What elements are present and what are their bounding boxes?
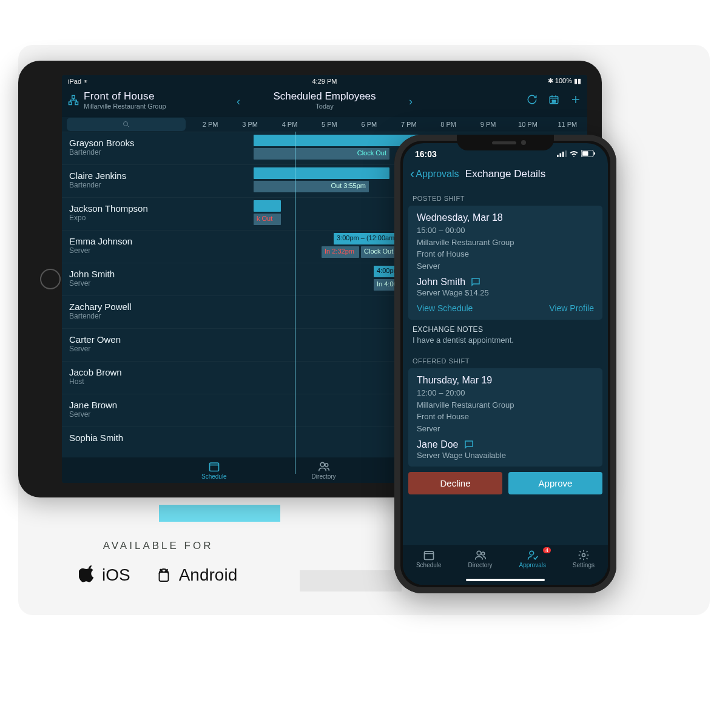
offered-dept: Front of House: [417, 411, 594, 423]
employee-name: Sophia Smith: [69, 433, 183, 443]
posted-employee: John Smith: [417, 277, 465, 288]
search-input[interactable]: [67, 118, 186, 131]
ipad-header: Front of House Millarville Restaurant Gr…: [62, 87, 587, 116]
header-center-sub: Today: [239, 103, 410, 110]
decor-strip: [159, 505, 280, 522]
offered-role: Server: [417, 423, 594, 435]
refresh-icon[interactable]: [527, 94, 538, 107]
employee-name: Zachary Powell: [69, 302, 183, 312]
search-icon: [123, 121, 130, 128]
now-indicator: [295, 132, 295, 474]
calendar-icon[interactable]: 26: [548, 94, 559, 107]
available-for: AVAILABLE FOR iOS Android: [79, 540, 237, 585]
offered-time: 12:00 – 20:00: [417, 387, 594, 399]
tab-approvals[interactable]: Approvals4: [519, 549, 545, 568]
shift-bar[interactable]: Clock Out: [254, 148, 389, 160]
posted-wage: Server Wage $14.25: [417, 288, 594, 297]
iphone-header: ‹ Approvals Exchange Details: [403, 159, 608, 188]
notes-text: I have a dentist appointment.: [413, 335, 598, 345]
svg-rect-15: [582, 151, 588, 156]
iphone-frame: 16:03 ‹ Approvals Exchange Details POSTE…: [394, 135, 616, 593]
posted-date: Wednesday, Mar 18: [417, 212, 594, 223]
ios-platform[interactable]: iOS: [79, 565, 130, 585]
svg-rect-6: [209, 463, 218, 471]
tab-schedule[interactable]: Schedule: [201, 460, 227, 480]
tab-schedule[interactable]: Schedule: [416, 549, 442, 568]
shift-bar[interactable]: In 2:32pm: [322, 246, 359, 258]
offered-shift-card: Thursday, Mar 19 12:00 – 20:00 Millarvil…: [408, 368, 602, 467]
employee-name: Carter Owen: [69, 334, 183, 345]
signal-icon: [557, 150, 567, 157]
svg-rect-16: [594, 152, 595, 155]
android-label: Android: [179, 565, 238, 585]
view-profile-link[interactable]: View Profile: [549, 303, 594, 313]
page-title: Exchange Details: [465, 168, 545, 180]
header-center-title: Scheduled Employees: [239, 90, 410, 103]
employee-name: Jane Brown: [69, 400, 183, 410]
hour-label: 7 PM: [389, 121, 428, 128]
employee-role: Host: [69, 377, 183, 386]
ipad-home-button[interactable]: [40, 269, 61, 289]
next-day-icon[interactable]: ›: [409, 95, 413, 108]
svg-point-5: [124, 122, 128, 126]
posted-dept: Front of House: [417, 248, 594, 260]
view-schedule-link[interactable]: View Schedule: [417, 303, 473, 313]
offered-shift-label: OFFERED SHIFT: [403, 351, 608, 368]
employee-role: Server: [69, 246, 183, 255]
svg-rect-22: [159, 572, 168, 581]
svg-rect-1: [69, 102, 72, 105]
chat-icon[interactable]: [470, 277, 481, 288]
shift-bar[interactable]: Out 3:55pm: [254, 181, 369, 192]
chevron-left-icon: ‹: [410, 166, 414, 182]
hour-label: 10 PM: [508, 121, 547, 128]
action-buttons: Decline Approve: [403, 472, 608, 499]
org-tree-icon[interactable]: [68, 95, 79, 106]
back-button[interactable]: ‹ Approvals: [410, 166, 459, 182]
employee-role: Bartender: [69, 148, 183, 157]
employee-name: Jackson Thompson: [69, 203, 183, 214]
shift-bar[interactable]: [254, 167, 389, 179]
notes-label: EXCHANGE NOTES: [413, 325, 598, 334]
hour-label: 6 PM: [349, 121, 389, 128]
svg-point-19: [481, 552, 484, 555]
decor-strip-2: [300, 570, 402, 592]
iphone-status-icons: [557, 149, 596, 159]
chat-icon[interactable]: [463, 439, 474, 450]
employee-role: Server: [69, 345, 183, 353]
employee-name: Claire Jenkins: [69, 170, 183, 181]
approve-button[interactable]: Approve: [508, 472, 602, 494]
shift-bar[interactable]: [254, 200, 281, 212]
employee-role: Expo: [69, 214, 183, 222]
badge: 4: [543, 547, 551, 553]
ios-label: iOS: [102, 565, 130, 585]
svg-rect-0: [72, 96, 75, 99]
android-icon: [155, 565, 173, 585]
org-title: Front of House: [84, 90, 166, 103]
employee-name: John Smith: [69, 269, 183, 279]
tab-settings[interactable]: Settings: [573, 549, 595, 568]
ipad-status-bar: iPad ᯤ 4:29 PM ✱ 100% ▮▮: [62, 75, 587, 87]
tab-directory[interactable]: Directory: [312, 460, 336, 480]
shift-bar[interactable]: k Out: [254, 214, 281, 225]
svg-rect-10: [557, 155, 559, 157]
employee-name: Emma Johnson: [69, 236, 183, 246]
available-label: AVAILABLE FOR: [79, 540, 237, 552]
tab-directory[interactable]: Directory: [468, 549, 493, 568]
offered-wage: Server Wage Unavailable: [417, 451, 594, 460]
android-platform[interactable]: Android: [155, 565, 238, 585]
offered-date: Thursday, Mar 19: [417, 375, 594, 386]
prev-day-icon[interactable]: ‹: [237, 95, 240, 108]
add-icon[interactable]: [570, 94, 581, 107]
exchange-notes: EXCHANGE NOTES I have a dentist appointm…: [403, 325, 608, 351]
ipad-status-right: ✱ 100% ▮▮: [548, 77, 581, 85]
decline-button[interactable]: Decline: [408, 472, 502, 494]
employee-name: Jacob Brown: [69, 367, 183, 377]
iphone-screen: 16:03 ‹ Approvals Exchange Details POSTE…: [403, 143, 608, 585]
posted-time: 15:00 – 00:00: [417, 224, 594, 237]
offered-employee: Jane Doe: [417, 439, 459, 450]
wifi-icon: [569, 150, 579, 157]
hour-label: 2 PM: [190, 121, 230, 128]
svg-rect-2: [75, 102, 78, 105]
hour-label: 9 PM: [468, 121, 508, 128]
home-indicator[interactable]: [466, 579, 545, 581]
